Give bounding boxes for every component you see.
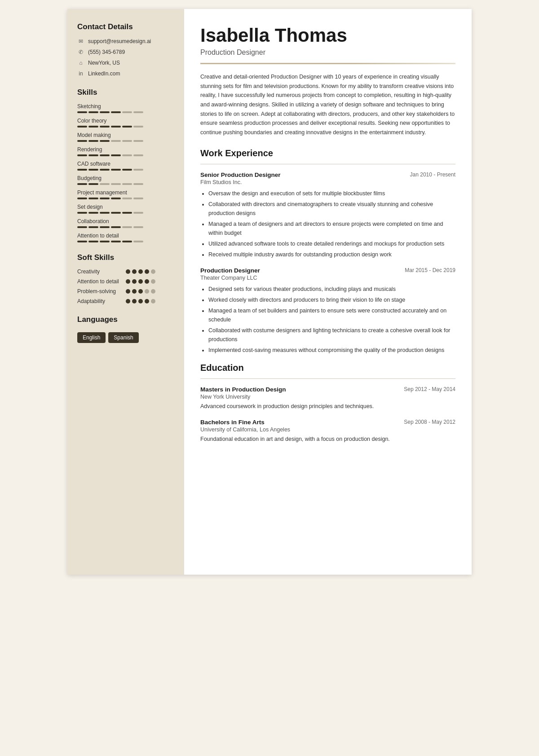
soft-skills-section-title: Soft Skills — [77, 253, 174, 262]
dot-empty — [151, 289, 155, 294]
skill-bar-segment-filled — [88, 111, 98, 113]
job-header: Senior Production DesignerJan 2010 - Pre… — [200, 171, 455, 178]
skill-bar-segment-filled — [77, 126, 87, 127]
skill-name: Project management — [77, 189, 174, 196]
skill-bar-segment-filled — [77, 111, 87, 113]
skill-bar-segment-empty — [133, 126, 143, 127]
skill-bar-segment-filled — [88, 183, 98, 185]
education-dates: Sep 2012 - May 2014 — [404, 386, 455, 392]
skill-bar-segment-filled — [111, 154, 121, 156]
soft-skill-item: Problem-solving — [77, 288, 174, 294]
skill-bar — [77, 226, 174, 228]
skill-bar-segment-filled — [77, 212, 87, 214]
skill-bar-segment-empty — [133, 140, 143, 142]
main-content: Isabella Thomas Production Designer Crea… — [184, 9, 472, 575]
skill-bar-segment-empty — [122, 154, 132, 156]
skill-bar-segment-empty — [122, 183, 132, 185]
job-bullet: Managed a team of designers and art dire… — [208, 220, 455, 237]
contact-email: ✉ support@resumedesign.ai — [77, 38, 174, 45]
skill-name: Model making — [77, 132, 174, 138]
skill-bar-segment-filled — [77, 241, 87, 242]
skill-bar-segment-filled — [88, 154, 98, 156]
skill-bar-segment-empty — [133, 241, 143, 242]
skill-bar-segment-empty — [111, 183, 121, 185]
job-bullet: Received multiple industry awards for ou… — [208, 250, 455, 259]
skill-name: Sketching — [77, 103, 174, 110]
education-entry: Bachelors in Fine ArtsSep 2008 - May 201… — [200, 419, 455, 444]
skill-bar — [77, 126, 174, 127]
skill-bar-segment-filled — [77, 198, 87, 199]
skill-bar-segment-filled — [77, 140, 87, 142]
skill-bar-segment-empty — [133, 111, 143, 113]
job-bullet: Designed sets for various theater produc… — [208, 285, 455, 294]
education-school: University of California, Los Angeles — [200, 426, 455, 433]
skill-bar-segment-empty — [122, 226, 132, 228]
soft-skills-list: CreativityAttention to detailProblem-sol… — [77, 268, 174, 304]
job-company: Film Studios Inc. — [200, 179, 455, 185]
skill-bar-segment-empty — [122, 111, 132, 113]
dot-empty — [145, 289, 149, 294]
job-bullet: Oversaw the design and execution of sets… — [208, 189, 455, 198]
job-bullet: Collaborated with directors and cinemato… — [208, 200, 455, 218]
language-badge: English — [77, 332, 106, 343]
dot-filled — [132, 289, 137, 294]
linkedin-icon: in — [77, 70, 84, 77]
skill-item: CAD software — [77, 161, 174, 171]
skill-item: Color theory — [77, 118, 174, 127]
job-bullet: Worked closely with directors and produc… — [208, 295, 455, 304]
dot-filled — [132, 269, 137, 274]
job-header: Production DesignerMar 2015 - Dec 2019 — [200, 267, 455, 274]
skill-bar-segment-filled — [88, 198, 98, 199]
summary: Creative and detail-oriented Production … — [200, 72, 455, 137]
skill-bar — [77, 241, 174, 242]
soft-skill-item: Creativity — [77, 268, 174, 275]
languages-list: EnglishSpanish — [77, 330, 174, 343]
skill-bar — [77, 140, 174, 142]
sidebar: Contact Details ✉ support@resumedesign.a… — [67, 9, 184, 575]
job-dates: Jan 2010 - Present — [410, 171, 455, 178]
soft-skill-dots — [126, 279, 155, 284]
skill-bar — [77, 198, 174, 199]
skill-bar-segment-empty — [133, 169, 143, 171]
skill-item: Rendering — [77, 146, 174, 156]
dot-filled — [138, 299, 143, 303]
skill-bar-segment-filled — [77, 226, 87, 228]
skill-item: Collaboration — [77, 218, 174, 228]
skills-section-title: Skills — [77, 88, 174, 97]
skill-name: Attention to detail — [77, 233, 174, 239]
soft-skill-item: Adaptability — [77, 298, 174, 304]
skill-bar-segment-filled — [100, 154, 110, 156]
skill-item: Sketching — [77, 103, 174, 113]
skill-bar-segment-filled — [122, 126, 132, 127]
skill-bar-segment-filled — [111, 212, 121, 214]
soft-skill-dots — [126, 269, 155, 274]
dot-empty — [151, 299, 155, 303]
education-list: Masters in Production DesignSep 2012 - M… — [200, 386, 455, 444]
job-bullet: Managed a team of set builders and paint… — [208, 306, 455, 324]
job-bullets: Oversaw the design and execution of sets… — [208, 189, 455, 259]
dot-filled — [132, 279, 137, 284]
soft-skill-dots — [126, 289, 155, 294]
skill-bar-segment-filled — [122, 212, 132, 214]
skill-bar-segment-filled — [88, 140, 98, 142]
skill-item: Budgeting — [77, 175, 174, 185]
education-school: New York University — [200, 394, 455, 400]
skill-bar-segment-empty — [133, 198, 143, 199]
contact-section-title: Contact Details — [77, 22, 174, 31]
skill-bar-segment-empty — [133, 154, 143, 156]
dot-filled — [126, 269, 130, 274]
skill-bar-segment-filled — [88, 241, 98, 242]
skill-bar-segment-filled — [122, 241, 132, 242]
job-position: Senior Production Designer — [200, 171, 281, 178]
header-divider — [200, 63, 455, 64]
skill-bar — [77, 154, 174, 156]
education-degree: Bachelors in Fine Arts — [200, 419, 265, 426]
education-header: Bachelors in Fine ArtsSep 2008 - May 201… — [200, 419, 455, 426]
contact-phone: ✆ (555) 345-6789 — [77, 48, 174, 56]
dot-filled — [132, 299, 137, 303]
skill-name: Budgeting — [77, 175, 174, 181]
education-degree: Masters in Production Design — [200, 386, 286, 393]
work-divider — [200, 164, 455, 164]
dot-empty — [151, 279, 155, 284]
skill-bar-segment-filled — [77, 183, 87, 185]
